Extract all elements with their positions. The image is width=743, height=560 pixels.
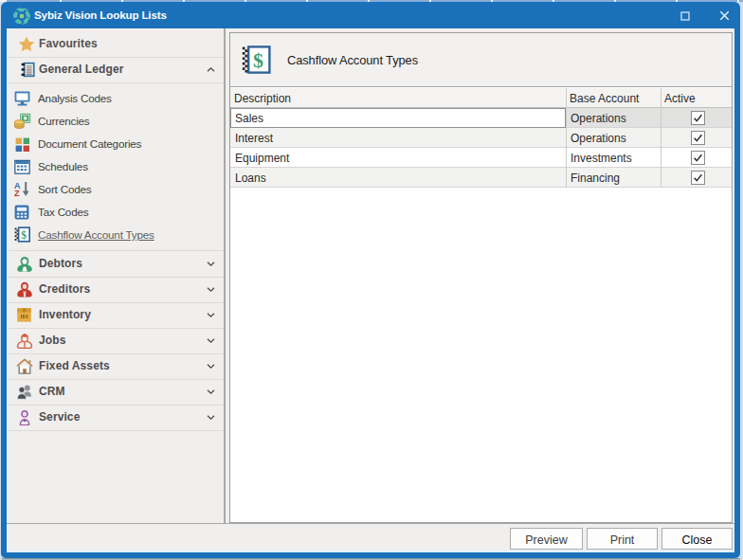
svg-text:$: $ (21, 229, 27, 241)
svg-text:Z: Z (14, 189, 20, 197)
svg-text:$: $ (253, 48, 263, 72)
